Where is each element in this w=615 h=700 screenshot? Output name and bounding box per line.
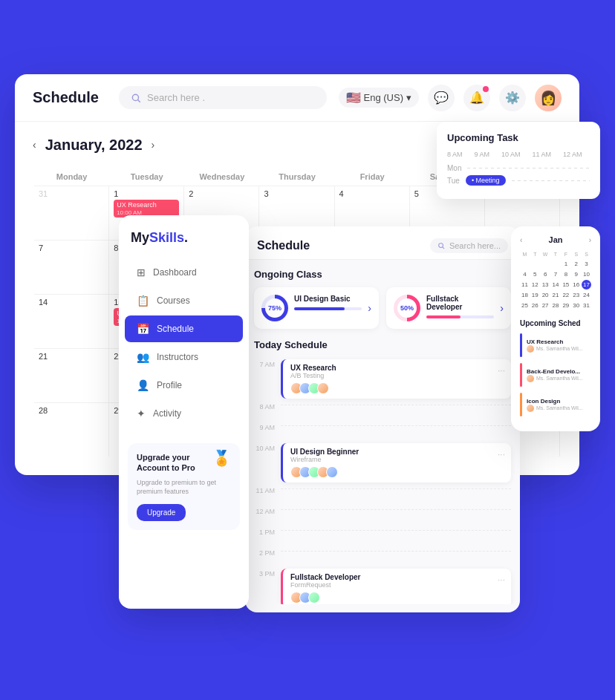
message-button[interactable]: 💬 xyxy=(428,85,455,111)
mini-next-button[interactable]: › xyxy=(589,236,591,244)
mini-day-2[interactable]: 2 xyxy=(571,259,581,269)
mini-day-5[interactable]: 5 xyxy=(530,269,540,279)
medal-icon: 🏅 xyxy=(212,449,231,467)
event-ui-design-today[interactable]: ··· UI Design Beginner Wireframe xyxy=(281,443,511,483)
mini-col-m: M xyxy=(520,250,530,258)
time-3pm: 3 PM xyxy=(254,569,275,578)
svg-line-3 xyxy=(443,247,444,249)
mini-day-6[interactable]: 6 xyxy=(541,269,550,279)
nav-item-courses[interactable]: 📋 Courses xyxy=(125,287,243,314)
sched-bar-ux xyxy=(520,333,522,357)
time-line-11am xyxy=(281,488,511,489)
cal-day-21[interactable]: 21 xyxy=(34,349,109,402)
cal-day-28[interactable]: 28 xyxy=(34,403,109,457)
progress-value-fs: 50% xyxy=(400,304,414,312)
event-dots-uid[interactable]: ··· xyxy=(498,449,505,459)
sched-item-icon-design[interactable]: Icon Design Ms. Samantha Wil... xyxy=(520,393,591,416)
course-arrow-ui[interactable]: › xyxy=(368,302,371,314)
event-fullstack-today[interactable]: ··· Fullstack Developer FormRequest xyxy=(281,569,511,604)
event-ux-research-today[interactable]: ··· UX Research A/B Testing xyxy=(281,359,511,399)
sched-item-ux[interactable]: UX Research Ms. Samantha Wil... xyxy=(520,333,591,357)
meeting-chip[interactable]: • Meeting xyxy=(466,175,506,186)
mini-day-1[interactable]: 1 xyxy=(561,259,570,269)
prev-month-button[interactable]: ‹ xyxy=(33,139,36,151)
time-11am: 11 AM xyxy=(254,485,275,494)
mini-day-10[interactable]: 10 xyxy=(582,269,591,279)
mini-day-3[interactable]: 3 xyxy=(582,259,591,269)
sched-name-ux: UX Research xyxy=(527,338,591,345)
cal-day-31-prev[interactable]: 31 xyxy=(34,186,109,240)
course-arrow-fs[interactable]: › xyxy=(500,302,504,314)
mini-day-30[interactable]: 30 xyxy=(571,301,581,310)
cal-day-14[interactable]: 14 xyxy=(34,295,109,348)
mini-day-21[interactable]: 21 xyxy=(551,290,561,300)
mini-col-s2: S xyxy=(582,250,591,258)
mini-day-27[interactable]: 27 xyxy=(541,301,550,310)
mini-day-25[interactable]: 25 xyxy=(520,301,530,310)
settings-button[interactable]: ⚙️ xyxy=(499,85,526,111)
task-row-tue: Tue • Meeting xyxy=(447,175,590,186)
ongoing-courses-row: 75% UI Design Basic › 50% Fullstack Deve… xyxy=(254,287,511,329)
schedule-search-bar[interactable]: Search here... xyxy=(430,238,508,253)
mini-day-empty-4 xyxy=(551,259,561,269)
progress-circle-fs: 50% xyxy=(394,295,420,321)
event-avatars-ux xyxy=(290,382,504,394)
upgrade-card: 🏅 Upgrade your Account to Pro Upgrade to… xyxy=(128,443,240,530)
nav-label-instructors: Instructors xyxy=(157,352,198,362)
activity-icon: ✦ xyxy=(137,408,146,419)
schedule-panel-header: Schedule Search here... xyxy=(245,226,520,260)
user-avatar[interactable]: 👩 xyxy=(535,85,562,111)
mini-day-4[interactable]: 4 xyxy=(520,269,530,279)
mini-day-31-mini[interactable]: 31 xyxy=(582,301,591,310)
time-line-9am xyxy=(281,425,511,426)
mini-col-t2: T xyxy=(551,250,561,258)
mini-day-11[interactable]: 11 xyxy=(520,280,530,290)
event-sub-fs-today: FormRequest xyxy=(290,581,504,589)
mini-day-28[interactable]: 28 xyxy=(551,301,561,310)
event-dots-fs[interactable]: ··· xyxy=(498,575,505,585)
sched-avatar-ux xyxy=(527,345,534,353)
mini-day-9[interactable]: 9 xyxy=(571,269,581,279)
cal-day-7[interactable]: 7 xyxy=(34,241,109,294)
col-thursday: Thursday xyxy=(259,169,334,184)
nav-label-activity: Activity xyxy=(153,408,181,419)
nav-item-schedule[interactable]: 📅 Schedule xyxy=(125,315,243,342)
nav-item-dashboard[interactable]: ⊞ Dashboard xyxy=(125,259,243,286)
course-card-fullstack[interactable]: 50% Fullstack Developer › xyxy=(386,287,511,329)
event-avatars-fs-today xyxy=(290,592,504,603)
upgrade-button[interactable]: Upgrade xyxy=(137,504,186,521)
time-slot-1pm: 1 PM xyxy=(254,526,511,546)
mini-day-12[interactable]: 12 xyxy=(530,280,540,290)
mini-day-15[interactable]: 15 xyxy=(561,280,570,290)
mini-day-22[interactable]: 22 xyxy=(561,290,570,300)
mini-day-16[interactable]: 16 xyxy=(571,280,581,290)
mini-day-23[interactable]: 23 xyxy=(571,290,581,300)
search-placeholder-text: Search here . xyxy=(147,92,205,103)
mini-day-13[interactable]: 13 xyxy=(541,280,550,290)
mini-prev-button[interactable]: ‹ xyxy=(520,236,522,244)
event-dots-ux[interactable]: ··· xyxy=(498,365,505,376)
mini-day-24[interactable]: 24 xyxy=(582,290,591,300)
search-bar[interactable]: Search here . xyxy=(119,86,327,109)
nav-item-profile[interactable]: 👤 Profile xyxy=(125,372,243,399)
mini-day-19[interactable]: 19 xyxy=(530,290,540,300)
language-selector[interactable]: 🇺🇸 Eng (US) ▾ xyxy=(339,88,419,108)
mini-day-20[interactable]: 20 xyxy=(541,290,550,300)
mini-day-26[interactable]: 26 xyxy=(530,301,540,310)
mini-day-17-today[interactable]: 17 xyxy=(582,280,591,290)
mini-day-7[interactable]: 7 xyxy=(551,269,561,279)
mini-day-29[interactable]: 29 xyxy=(561,301,570,310)
mini-day-18[interactable]: 18 xyxy=(520,290,530,300)
sched-item-backend[interactable]: Back-End Develo... Ms. Samantha Wil... xyxy=(520,363,591,387)
time-line-12pm xyxy=(281,509,511,510)
page-title: Schedule xyxy=(33,89,107,106)
notification-button[interactable]: 🔔 xyxy=(463,85,490,111)
nav-item-activity[interactable]: ✦ Activity xyxy=(125,400,243,427)
next-month-button[interactable]: › xyxy=(152,139,155,151)
mini-day-8[interactable]: 8 xyxy=(561,269,570,279)
mini-day-14[interactable]: 14 xyxy=(551,280,561,290)
nav-item-instructors[interactable]: 👥 Instructors xyxy=(125,344,243,370)
search-icon xyxy=(131,93,141,103)
course-card-ui-design[interactable]: 75% UI Design Basic › xyxy=(254,287,379,329)
mon-line xyxy=(467,168,590,169)
